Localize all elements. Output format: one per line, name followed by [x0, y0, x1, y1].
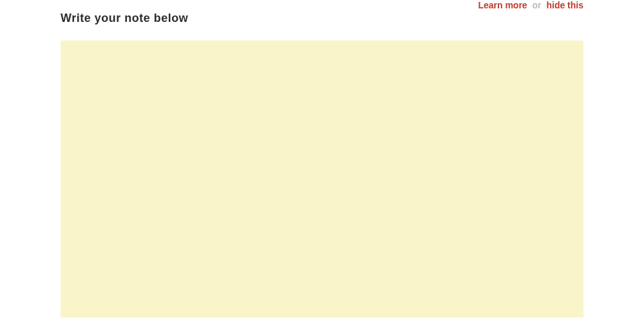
- hide-this-link[interactable]: hide this: [546, 0, 583, 10]
- note-container: Write your note below: [0, 0, 644, 320]
- learn-more-link[interactable]: Learn more: [478, 0, 527, 10]
- note-heading: Write your note below: [61, 12, 583, 25]
- note-textarea[interactable]: [61, 41, 583, 317]
- separator-text: or: [533, 0, 542, 10]
- info-banner-links: Learn more or hide this: [478, 0, 583, 10]
